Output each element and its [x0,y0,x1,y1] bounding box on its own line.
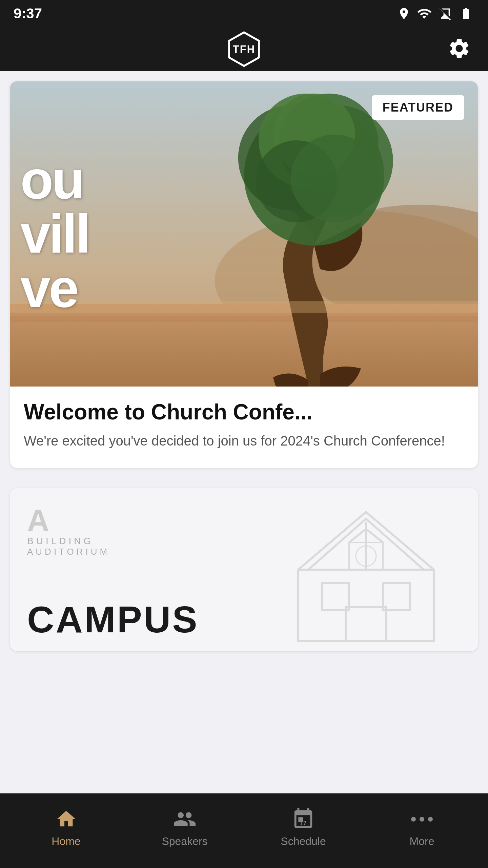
home-icon [54,807,78,831]
campus-bg: A BUILDING AUDITORIUM [10,488,478,651]
battery-icon [458,7,474,20]
nav-item-speakers[interactable]: Speakers [125,807,244,848]
settings-button[interactable] [447,37,471,62]
more-icon [410,807,434,831]
speakers-icon [173,807,197,831]
campus-card[interactable]: A BUILDING AUDITORIUM [10,488,478,651]
svg-point-28 [428,817,433,822]
featured-badge: FEATURED [372,95,464,120]
top-nav: TFH [0,27,488,71]
nav-home-label: Home [52,835,80,848]
nav-item-schedule[interactable]: 17 Schedule [244,807,363,848]
status-time: 9:37 [14,5,42,22]
app-logo: TFH [225,31,263,68]
nav-speakers-label: Speakers [162,835,207,848]
svg-text:17: 17 [300,820,306,826]
featured-overlay-text: ouvillve [20,153,89,315]
wifi-icon [417,6,432,21]
svg-rect-16 [298,570,434,641]
nav-item-home[interactable]: Home [7,807,125,848]
status-bar: 9:37 [0,0,488,27]
house-outline-icon [281,502,451,646]
building-label: BUILDING [27,536,94,547]
featured-card-description: We're excited you've decided to join us … [24,431,464,451]
auditorium-label: AUDITORIUM [27,547,110,557]
building-letter: A [27,505,49,536]
featured-card-body: Welcome to Church Confe... We're excited… [10,387,478,468]
svg-point-26 [411,817,416,822]
svg-point-27 [420,817,424,822]
featured-badge-text: FEATURED [383,100,453,114]
featured-card-title: Welcome to Church Confe... [24,400,464,424]
main-scroll-area: ouvillve FEATURED Welcome to Church Conf… [0,71,488,868]
status-icons [397,6,474,21]
nav-item-more[interactable]: More [363,807,481,848]
bottom-nav: Home Speakers 17 Schedule [0,793,488,868]
svg-text:TFH: TFH [233,43,255,55]
logo-hexagon-icon: TFH [225,31,263,68]
schedule-icon: 17 [291,807,315,831]
svg-rect-17 [346,607,386,641]
nav-schedule-label: Schedule [281,835,326,848]
svg-point-14 [291,135,379,222]
campus-content: A BUILDING AUDITORIUM [27,505,110,557]
app-root: 9:37 TFH [0,0,488,868]
svg-rect-6 [10,316,478,322]
nav-more-label: More [410,835,434,848]
location-icon [397,7,411,20]
featured-card[interactable]: ouvillve FEATURED Welcome to Church Conf… [10,81,478,468]
signal-icon [438,7,451,20]
campus-title: CAMPUS [27,598,199,641]
featured-image: ouvillve FEATURED [10,81,478,387]
